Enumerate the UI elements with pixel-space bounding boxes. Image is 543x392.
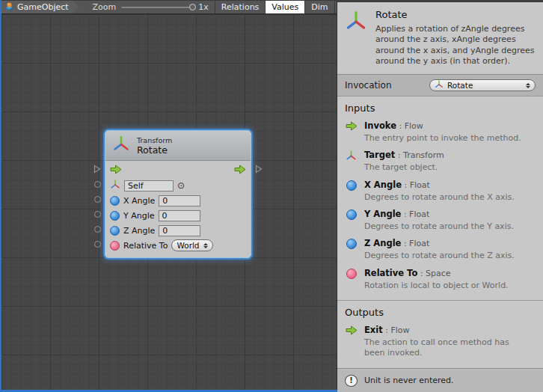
relative-to-label: Relative To [123,241,168,251]
graph-toolbar: GameObject Zoom 1x Relations Values Dim … [1,0,337,14]
rotate-node[interactable]: Transform Rotate [105,130,251,258]
pin-description: The target object. [364,162,444,173]
x-angle-label: X Angle [123,196,155,206]
pin-name: Z Angle [364,238,401,248]
outputs-section: Outputs Exit : Flow The action to call o… [337,301,543,368]
relative-to-dropdown[interactable]: World [171,239,212,251]
pin-name: Invoke [364,120,396,131]
x-angle-row: X Angle 0 [110,195,246,206]
z-angle-field[interactable]: 0 [159,225,200,236]
invocation-row: Invocation Rotate [337,75,543,97]
graph-canvas[interactable]: Transform Rotate [1,14,337,390]
pin-target: Target : Transform The target object. [345,150,536,173]
node-body: Self ⊙ X Angle 0 Y Angle 0 [105,161,251,257]
float-port-icon [345,238,358,261]
tab-relations[interactable]: Relations [215,1,266,13]
dropdown-arrows-icon [203,243,208,248]
float-port-icon [110,211,120,221]
warning-text: Unit is never entered. [364,376,454,385]
pin-name: Relative To [364,268,417,278]
pin-description: Degrees to rotate around the X axis. [364,192,515,203]
pin-description: The action to call once method has been … [364,337,529,359]
float-port-icon [345,180,358,203]
pin-x-angle: X Angle : Float Degrees to rotate around… [345,180,536,203]
float-port-icon [110,226,120,236]
y-angle-input-port[interactable] [93,208,102,220]
node-category: Transform [137,136,172,144]
z-angle-input-port[interactable] [93,223,102,235]
inspector-header: Rotate Applies a rotation of zAngle degr… [337,2,543,75]
pin-description: Rotation is local to object or World. [364,281,509,291]
target-row: Self ⊙ [110,180,246,192]
tab-values[interactable]: Values [265,1,304,13]
object-picker-icon[interactable]: ⊙ [177,181,185,190]
zoom-value: 1x [198,2,209,12]
flow-input-port[interactable] [93,163,102,175]
y-angle-label: Y Angle [123,211,155,221]
transform-icon [345,9,367,67]
pin-description: The entry point to invoke the method. [364,133,521,144]
invoke-flow-icon[interactable] [110,165,122,177]
inspector-title: Rotate [375,9,536,20]
pin-invoke: Invoke : Flow The entry point to invoke … [345,120,536,144]
pin-exit: Exit : Flow The action to call once meth… [345,325,536,359]
graph-panel: GameObject Zoom 1x Relations Values Dim … [1,0,337,390]
y-angle-row: Y Angle 0 [110,209,246,221]
float-port-icon [345,209,358,232]
outputs-title: Outputs [345,307,536,318]
relative-input-port[interactable] [93,238,102,250]
flow-arrow-icon [345,120,358,144]
target-input-port[interactable] [93,178,102,190]
zoom-label: Zoom [93,2,117,12]
inspector-panel: Rotate Applies a rotation of zAngle degr… [337,0,543,390]
pin-relative-to: Relative To : Space Rotation is local to… [345,268,536,291]
warning-icon: ! [345,375,358,387]
invocation-value: Rotate [447,81,522,90]
transform-icon [435,80,444,91]
x-angle-input-port[interactable] [93,193,102,205]
breadcrumb[interactable]: GameObject [1,1,79,13]
transform-port-icon [110,180,120,192]
node-title: Rotate [137,144,172,156]
flow-output-port[interactable] [254,163,263,175]
space-port-icon [345,268,358,291]
float-port-icon [110,196,120,206]
invocation-dropdown[interactable]: Rotate [429,79,536,91]
invocation-label: Invocation [345,80,392,91]
y-angle-field[interactable]: 0 [159,210,200,221]
pin-name: Exit [364,325,383,335]
zoom-slider[interactable] [121,7,193,8]
pin-y-angle: Y Angle : Float Degrees to rotate around… [345,209,536,232]
pin-description: Degrees to rotate around the Y axis. [364,221,514,232]
node-header[interactable]: Transform Rotate [105,131,251,161]
dropdown-arrows-icon [526,83,530,88]
pin-z-angle: Z Angle : Float Degrees to rotate around… [345,238,536,261]
rotate-unit: Transform Rotate [93,130,263,258]
zoom-control: Zoom 1x [79,1,215,13]
pin-description: Degrees to rotate around the Z axis. [364,251,515,261]
gameobject-icon [4,1,14,13]
bolt-graph-window: GameObject Zoom 1x Relations Values Dim … [0,0,543,392]
pin-name: Y Angle [364,209,401,219]
space-port-icon [110,241,120,251]
inputs-title: Inputs [345,102,536,114]
transform-icon [112,135,130,156]
tab-dim[interactable]: Dim [304,1,334,13]
relative-to-value: World [177,241,199,250]
z-angle-row: Z Angle 0 [110,224,246,236]
pin-name: Target [364,150,395,160]
flow-arrow-icon [345,325,358,359]
z-angle-label: Z Angle [123,226,155,236]
breadcrumb-label: GameObject [17,2,69,12]
pin-name: X Angle [364,180,402,190]
inspector-description: Applies a rotation of zAngle degrees aro… [375,24,536,67]
warning-bar: ! Unit is never entered. [337,368,543,392]
target-field[interactable]: Self [124,180,174,192]
transform-icon [345,150,358,173]
output-ports [254,130,263,175]
zoom-slider-thumb[interactable] [189,4,196,10]
input-ports [93,130,102,250]
exit-flow-icon[interactable] [234,165,246,177]
inputs-section: Inputs Invoke : Flow The entry point to … [337,97,543,301]
x-angle-field[interactable]: 0 [159,195,200,206]
